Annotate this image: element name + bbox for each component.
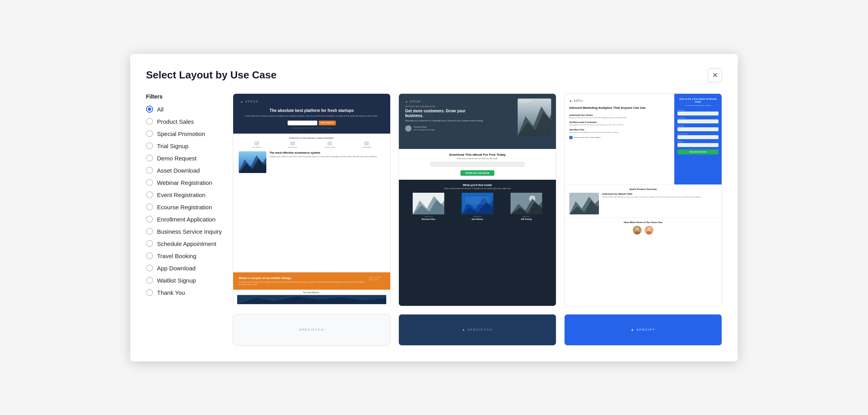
filter-item-enrollment-application[interactable]: Enrollment Application — [146, 215, 225, 223]
filter-item-waitlist-signup[interactable]: Waitlist Signup — [146, 276, 225, 285]
card3-brand: ▲ SOFU — [569, 99, 670, 102]
card3-checkbox-label: Request a Free Demo of Our Software — [574, 136, 600, 138]
layouts-grid: ▲ SPEAR The absolute best platform for f… — [233, 93, 722, 346]
card1-headline: The absolute best platform for fresh sta… — [269, 108, 354, 113]
svg-rect-9 — [520, 102, 528, 103]
filter-radio-demo-request — [146, 154, 153, 162]
layouts-content: ▲ SPEAR The absolute best platform for f… — [233, 93, 722, 347]
filter-item-demo-request[interactable]: Demo Request — [146, 154, 225, 162]
card1-orange-title: Share a couple of incredible things. — [239, 276, 366, 280]
filter-item-product-sales[interactable]: Product Sales — [146, 117, 225, 126]
filter-radio-trial-signup — [146, 142, 153, 149]
filter-label-demo-request: Demo Request — [157, 154, 196, 162]
card3-form-btn: BOOK MY DEMO NOW — [677, 149, 718, 154]
filter-radio-travel-booking — [146, 252, 153, 259]
card2-headline: Get more customers. Grow your business. — [405, 109, 485, 118]
card3-section2-title: Get More Leads & Customers — [569, 121, 670, 123]
svg-point-28 — [647, 227, 651, 231]
filter-item-schedule-appointment[interactable]: Schedule Appointment — [146, 240, 225, 248]
filter-item-app-download[interactable]: App Download — [146, 264, 225, 272]
card2-chapter2-num: CHAPTER 2 — [454, 216, 501, 218]
layout-card-spear-startup[interactable]: ▲ SPEAR The absolute best platform for f… — [233, 93, 391, 306]
card3-section1-text: Getting a better look at how your visito… — [569, 117, 670, 119]
filter-radio-ecourse-registration — [146, 203, 153, 210]
filter-radio-waitlist-signup — [146, 277, 153, 284]
card3-section3-text: Stop trying to set everything up and sta… — [569, 131, 670, 134]
filters-label: Filters — [146, 93, 225, 100]
filter-label-business-service-inquiry: Business Service Inquiry — [157, 227, 222, 236]
filter-radio-schedule-appointment — [146, 240, 153, 247]
filter-item-all[interactable]: All — [146, 105, 225, 114]
filter-label-app-download: App Download — [157, 264, 196, 272]
filter-radio-enrollment-application — [146, 216, 153, 223]
filter-radio-product-sales — [146, 118, 153, 125]
layout-card-sofu-inbound[interactable]: ▲ SOFU Inbound Marketing Analytics That … — [564, 93, 722, 306]
card1-feature-title: The most effective ecommerce system — [269, 151, 385, 154]
filter-item-event-registration[interactable]: Event Registration — [146, 191, 225, 199]
filter-item-ecourse-registration[interactable]: Ecourse Registration — [146, 203, 225, 211]
modal-body: Filters All Product Sales Special Promot… — [146, 93, 722, 347]
card3-form-title: Join us for a free demo of Donely today — [677, 98, 718, 104]
filter-label-enrollment-application: Enrollment Application — [157, 215, 215, 223]
filter-label-special-promotion: Special Promotion — [157, 130, 205, 138]
card2-author: Christina Reedweb strategist at Google — [413, 126, 435, 131]
card1-cta: START DIRECTLY — [319, 121, 336, 125]
card2-chapter3-num: CHAPTER 3 — [503, 216, 550, 218]
card1-tiny-text: Sign up today and you'll be able to use … — [292, 127, 332, 129]
filter-item-special-promotion[interactable]: Special Promotion — [146, 130, 225, 138]
card2-inside-title: What you'll find inside — [405, 184, 550, 186]
card2-download-sub: Enter your email so we can send you the … — [405, 157, 550, 160]
close-button[interactable]: ✕ — [708, 68, 722, 82]
filter-label-product-sales: Product Sales — [157, 117, 194, 126]
filter-radio-event-registration — [146, 191, 153, 198]
card1-brand: ▲ SPEAR — [240, 100, 259, 103]
filter-label-waitlist-signup: Waitlist Signup — [157, 276, 196, 285]
filter-radio-webinar-registration — [146, 179, 153, 186]
card2-chapter3-name: A/B Testing — [503, 218, 550, 220]
card2-sub: Attracting your customers in a meaningfu… — [405, 119, 485, 122]
filter-item-business-service-inquiry[interactable]: Business Service Inquiry — [146, 227, 225, 236]
layout-card-spear-ebook[interactable]: ▲ SPEAR INTRODUCING OUR NEW BOOK Get mor… — [398, 93, 556, 306]
layout-card-specifco-dark[interactable]: ▲ SPECIFYCO — [398, 314, 556, 346]
card4-brand: SPECIFYCO — [299, 328, 324, 331]
filter-label-travel-booking: Travel Booking — [157, 252, 196, 260]
filter-item-thank-you[interactable]: Thank You — [146, 288, 225, 297]
card3-section3-title: Save More Time — [569, 128, 670, 131]
filters-sidebar: Filters All Product Sales Special Promot… — [146, 93, 233, 347]
filter-label-webinar-registration: Webinar Registration — [157, 179, 212, 187]
filter-item-asset-download[interactable]: Asset Download — [146, 166, 225, 175]
filter-radio-asset-download — [146, 167, 153, 174]
svg-rect-8 — [520, 100, 531, 101]
card6-brand: ▲ SPECIFY — [631, 328, 655, 331]
filter-label-all: All — [157, 105, 164, 114]
filter-item-trial-signup[interactable]: Trial Signup — [146, 142, 225, 150]
filter-item-webinar-registration[interactable]: Webinar Registration — [146, 179, 225, 187]
card2-download-btn: DOWNLOAD THE EBOOK — [460, 170, 494, 176]
card1-subheadline: Every team has a unique process for buil… — [245, 115, 378, 117]
card1-bottom-text: The most effective... — [237, 291, 386, 294]
card2-download-title: Download This eBook For Free Today — [405, 153, 550, 156]
card2-inside-sub: Take a sneak peek into the first 3 chapt… — [405, 187, 550, 190]
card1-orange-desc: You need to learn the basics of this eco… — [239, 281, 366, 285]
modal-container: Select Layout by Use Case ✕ Filters All … — [130, 54, 738, 361]
layout-card-specifco-white[interactable]: SPECIFYCO — [233, 314, 391, 346]
modal-title: Select Layout by Use Case — [146, 69, 277, 81]
card2-chapter1-num: CHAPTER 1 — [405, 216, 452, 218]
card1-feature-desc: Getting more traffic is one of the main … — [269, 155, 385, 158]
card3-product-title: Quick Product Overview — [569, 188, 717, 190]
card3-form-sub: Let me walk you through our software. — [677, 104, 718, 106]
layout-card-specify-blue[interactable]: ▲ SPECIFY — [564, 314, 722, 346]
card2-chapter2-name: Earn Money — [454, 218, 501, 220]
svg-point-25 — [636, 227, 639, 231]
filter-radio-special-promotion — [146, 130, 153, 137]
filter-label-trial-signup: Trial Signup — [157, 142, 188, 150]
svg-point-26 — [634, 231, 640, 234]
filter-label-thank-you: Thank You — [157, 288, 185, 297]
filter-label-schedule-appointment: Schedule Appointment — [157, 240, 216, 248]
filter-radio-all — [146, 106, 153, 113]
filter-label-asset-download: Asset Download — [157, 166, 200, 175]
filter-label-event-registration: Event Registration — [157, 191, 206, 199]
card5-brand: ▲ SPECIFYCO — [462, 328, 493, 331]
filter-item-travel-booking[interactable]: Travel Booking — [146, 252, 225, 260]
card3-product-section-title: Understand Your Website Traffic — [602, 193, 717, 195]
